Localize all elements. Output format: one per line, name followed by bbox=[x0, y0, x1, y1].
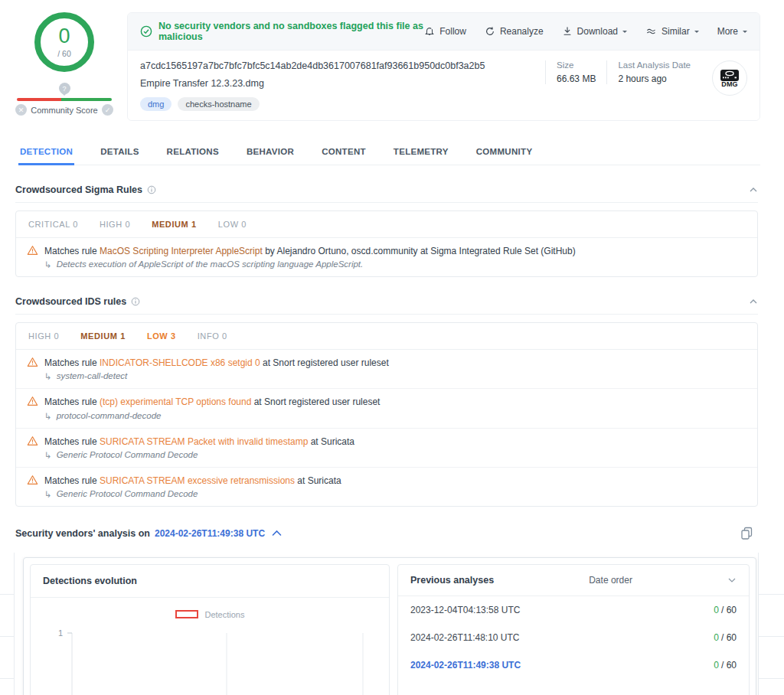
warning-triangle-icon bbox=[27, 396, 38, 406]
score-column: 0 / 60 ? ✕ Community Score ✓ bbox=[15, 12, 113, 116]
tab-community[interactable]: COMMUNITY bbox=[475, 141, 534, 165]
last-analysis-date: Last Analysis Date 2 hours ago bbox=[606, 60, 701, 84]
severity-filter-medium[interactable]: MEDIUM 1 bbox=[152, 220, 197, 229]
chevron-down-icon[interactable] bbox=[727, 576, 737, 583]
severity-filter-info[interactable]: INFO 0 bbox=[198, 331, 227, 341]
virustotal-file-report-page: 0 / 60 ? ✕ Community Score ✓ bbox=[0, 0, 784, 695]
follow-button[interactable]: Follow bbox=[424, 26, 466, 37]
detections-evolution-title: Detections evolution bbox=[31, 565, 389, 598]
similar-waves-icon bbox=[645, 26, 657, 37]
info-icon[interactable] bbox=[131, 297, 140, 306]
rule-description: ↳Generic Protocol Command Decode bbox=[44, 489, 746, 500]
warning-triangle-icon bbox=[27, 357, 38, 367]
tag-dmg[interactable]: dmg bbox=[140, 97, 172, 111]
vote-malicious-icon[interactable]: ✕ bbox=[15, 104, 27, 116]
ids-rule-link[interactable]: INDICATOR-SHELLCODE x86 setgid 0 bbox=[100, 357, 260, 368]
sub-arrow-icon: ↳ bbox=[44, 259, 52, 270]
tab-detection[interactable]: DETECTION bbox=[18, 141, 74, 165]
action-buttons: Follow Reanalyze Download bbox=[424, 26, 747, 37]
line-chart: 1 0 2023-12-04 2024-02-26 2024-02-26 bbox=[35, 621, 378, 695]
community-score-bar-positive bbox=[61, 98, 112, 101]
reanalyze-button[interactable]: Reanalyze bbox=[485, 26, 544, 37]
analysis-row-score: 0/ 60 bbox=[714, 605, 737, 615]
file-tags: dmg checks-hostname bbox=[140, 97, 485, 111]
legend-swatch-detections bbox=[175, 610, 198, 618]
last-analysis-label: Last Analysis Date bbox=[618, 60, 691, 70]
sigma-rules-section: Crowdsourced Sigma Rules CRITICAL 0 HIGH… bbox=[15, 176, 758, 277]
ids-rule-link[interactable]: SURICATA STREAM excessive retransmission… bbox=[100, 475, 295, 486]
download-label: Download bbox=[577, 26, 618, 37]
detections-evolution-card: Detections evolution Detections 1 bbox=[30, 564, 390, 695]
warning-triangle-icon bbox=[27, 436, 38, 446]
rule-description: ↳Generic Protocol Command Decode bbox=[44, 450, 746, 461]
community-score-widget: ? ✕ Community Score ✓ bbox=[15, 83, 113, 116]
severity-filter-critical[interactable]: CRITICAL 0 bbox=[28, 220, 78, 229]
tab-telemetry[interactable]: TELEMETRY bbox=[392, 141, 450, 165]
ids-rule-link[interactable]: (tcp) experimental TCP options found bbox=[100, 396, 251, 407]
more-button[interactable]: More bbox=[717, 26, 747, 37]
tab-content[interactable]: CONTENT bbox=[320, 141, 368, 165]
detection-score-gauge[interactable]: 0 / 60 bbox=[34, 12, 94, 72]
file-identity: a7cdc1565197a7bc7bfc7bfc5c14ab2de4db3617… bbox=[140, 60, 485, 111]
file-sha256[interactable]: a7cdc1565197a7bc7bfc7bfc5c14ab2de4db3617… bbox=[140, 60, 485, 71]
tab-behavior[interactable]: BEHAVIOR bbox=[245, 141, 296, 165]
copy-icon[interactable] bbox=[740, 527, 753, 540]
sigma-rule-link[interactable]: MacOS Scripting Interpreter AppleScript bbox=[100, 246, 263, 256]
sub-arrow-icon: ↳ bbox=[44, 450, 52, 461]
analysis-row-date: 2024-02-26T11:49:38 UTC bbox=[410, 660, 521, 671]
sub-arrow-icon: ↳ bbox=[44, 489, 52, 500]
chevron-down-icon bbox=[694, 31, 699, 35]
background-vendor-rows-left bbox=[0, 553, 15, 695]
severity-filter-low[interactable]: LOW 0 bbox=[218, 220, 247, 229]
verdict-toolbar: No security vendors and no sandboxes fla… bbox=[128, 13, 760, 51]
previous-analyses-header: Previous analyses Date order bbox=[398, 565, 749, 596]
chevron-down-icon bbox=[743, 31, 747, 35]
tag-checks-hostname[interactable]: checks-hostname bbox=[178, 97, 259, 111]
analysis-row-score: 0/ 60 bbox=[714, 632, 737, 643]
severity-filter-high[interactable]: HIGH 0 bbox=[28, 331, 59, 341]
tab-relations[interactable]: RELATIONS bbox=[165, 141, 220, 165]
analysis-row[interactable]: 2023-12-04T04:13:58 UTC 0/ 60 bbox=[398, 596, 749, 624]
sigma-severity-filters: CRITICAL 0 HIGH 0 MEDIUM 1 LOW 0 bbox=[16, 211, 757, 238]
vendors-analysis-title: Security vendors' analysis on bbox=[15, 528, 150, 539]
ids-rules-box: HIGH 0 MEDIUM 1 LOW 3 INFO 0 Matches rul… bbox=[15, 322, 758, 507]
analysis-row-selected[interactable]: 2024-02-26T11:49:38 UTC 0/ 60 bbox=[398, 651, 749, 679]
tab-details[interactable]: DETAILS bbox=[99, 141, 140, 165]
size-value: 66.63 MB bbox=[557, 73, 596, 84]
vote-harmless-icon[interactable]: ✓ bbox=[102, 104, 113, 116]
report-tabs: DETECTION DETAILS RELATIONS BEHAVIOR CON… bbox=[18, 141, 760, 165]
sigma-rules-box: CRITICAL 0 HIGH 0 MEDIUM 1 LOW 0 Matches… bbox=[15, 210, 758, 277]
ids-rule-row: Matches rule SURICATA STREAM Packet with… bbox=[16, 429, 757, 468]
ids-rule-row: Matches rule SURICATA STREAM excessive r… bbox=[16, 468, 757, 506]
date-order-dropdown[interactable]: Date order bbox=[589, 575, 632, 586]
sigma-rule-row: Matches rule MacOS Scripting Interpreter… bbox=[16, 238, 757, 276]
analysis-date-link[interactable]: 2024-02-26T11:49:38 UTC bbox=[155, 528, 265, 539]
warning-triangle-icon bbox=[27, 475, 38, 485]
collapse-chevron-icon[interactable] bbox=[749, 298, 758, 305]
svg-text:1: 1 bbox=[58, 628, 63, 638]
severity-filter-high[interactable]: HIGH 0 bbox=[100, 220, 130, 229]
rule-match-text: Matches rule INDICATOR-SHELLCODE x86 set… bbox=[44, 357, 389, 369]
ids-rules-section: Crowdsourced IDS rules HIGH 0 MEDIUM 1 L… bbox=[15, 288, 758, 507]
severity-filter-low[interactable]: LOW 3 bbox=[147, 331, 176, 341]
vendors-analysis-header: Security vendors' analysis on 2024-02-26… bbox=[15, 519, 753, 547]
rule-match-text: Matches rule MacOS Scripting Interpreter… bbox=[44, 245, 576, 257]
chevron-up-icon[interactable] bbox=[271, 529, 283, 537]
analysis-row[interactable]: 2024-02-26T11:48:10 UTC 0/ 60 bbox=[398, 624, 749, 651]
info-icon[interactable] bbox=[147, 185, 156, 194]
verdict-banner: No security vendors and no sandboxes fla… bbox=[140, 21, 424, 42]
collapse-chevron-icon[interactable] bbox=[749, 186, 758, 194]
download-button[interactable]: Download bbox=[562, 26, 627, 37]
severity-filter-medium[interactable]: MEDIUM 1 bbox=[80, 331, 126, 341]
file-header: 0 / 60 ? ✕ Community Score ✓ bbox=[0, 0, 784, 121]
sub-arrow-icon: ↳ bbox=[44, 411, 52, 422]
previous-analyses-card: Previous analyses Date order 2023-12-04T… bbox=[397, 564, 750, 695]
ids-rule-link[interactable]: SURICATA STREAM Packet with invalid time… bbox=[100, 436, 308, 447]
ids-section-title: Crowdsourced IDS rules bbox=[15, 296, 126, 307]
community-score-label: Community Score bbox=[31, 106, 97, 115]
legend-label: Detections bbox=[205, 610, 245, 619]
file-summary-card: No security vendors and no sandboxes fla… bbox=[127, 12, 760, 121]
refresh-icon bbox=[485, 26, 495, 37]
similar-button[interactable]: Similar bbox=[645, 26, 699, 37]
file-details-row: a7cdc1565197a7bc7bfc7bfc5c14ab2de4db3617… bbox=[128, 51, 760, 120]
